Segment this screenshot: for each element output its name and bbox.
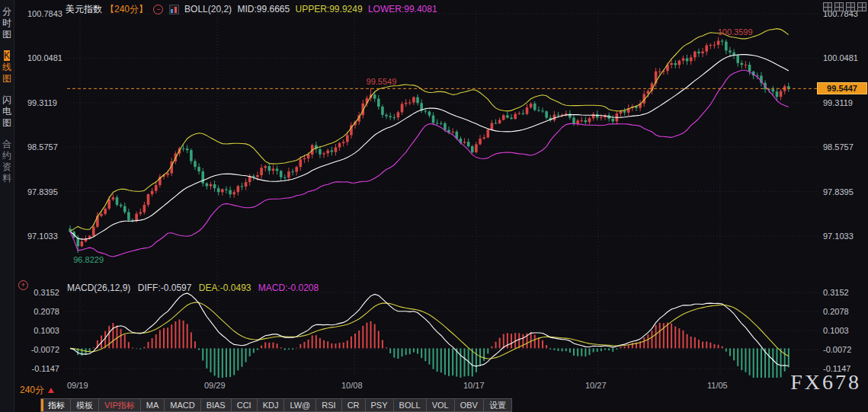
toolbar-btn-lwr[interactable]: LW@: [283, 398, 316, 412]
date-axis-label: 09/19: [67, 381, 88, 390]
toolbar-btn-boll[interactable]: BOLL: [393, 398, 427, 412]
boll-mid-line: [70, 55, 789, 240]
chart-type-sidebar: 分时图 K线图 闪电图 合约资料: [0, 0, 14, 412]
date-axis-label: 09/29: [204, 381, 226, 390]
macd-dea-value: DEA:-0.0493: [199, 283, 251, 293]
toolbar-btn-vip-indicator[interactable]: VIP指标: [98, 398, 141, 412]
candles-layer: [69, 37, 790, 253]
macd-diff-value: DIFF:-0.0597: [138, 283, 192, 293]
sidebar-item-time-chart[interactable]: 分时图: [2, 6, 13, 40]
sidebar-item-lightning-chart[interactable]: 闪电图: [2, 94, 13, 129]
chart-canvas[interactable]: 99.5549100.359996.8229: [0, 0, 868, 412]
macd-header: MACD(26,12,9) DIFF:-0.0597 DEA:-0.0493 M…: [67, 283, 323, 293]
toolbar-btn-settings[interactable]: 设置: [483, 398, 512, 412]
date-axis-label: 10/27: [585, 381, 607, 390]
toolbar-btn-rsi[interactable]: RSI: [315, 398, 341, 412]
layout-grid-icon-1[interactable]: [823, 2, 832, 11]
toolbar-btn-cr[interactable]: CR: [341, 398, 366, 412]
indicator-toolbar: 指标模板VIP指标MAMACDBIASCCIKDJLW@RSICRPSYBOLL…: [41, 398, 512, 412]
layout-grid-icon-2[interactable]: [834, 2, 844, 11]
toolbar-btn-cci[interactable]: CCI: [231, 398, 258, 412]
boll-upper-line: [70, 29, 789, 232]
layout-grid-icon-3[interactable]: [846, 2, 855, 11]
price-annotation: 100.3599: [718, 27, 753, 37]
chart-svg: 99.5549100.359996.8229: [0, 0, 868, 412]
chart-layout-controls: [823, 2, 866, 11]
boll-lower-line: [70, 70, 789, 257]
boll-indicator-label: BOLL(20,2): [184, 4, 232, 14]
period-selector[interactable]: 240分: [20, 384, 54, 397]
boll-mid-value: MID:99.6665: [237, 4, 290, 14]
price-annotation: 96.8229: [73, 255, 104, 264]
period-label: 【240分】: [105, 4, 148, 14]
toolbar-btn-bias[interactable]: BIAS: [200, 398, 232, 412]
toolbar-btn-obv[interactable]: OBV: [454, 398, 484, 412]
indicator-chart-icon: [169, 5, 179, 14]
toolbar-btn-ma[interactable]: MA: [140, 398, 165, 412]
price-chart-header: 美元指数【240分】 − BOLL(20,2) MID:99.6665 UPPE…: [66, 3, 440, 16]
period-selector-label: 240分: [20, 384, 44, 397]
macd-indicator-label: MACD(26,12,9): [67, 283, 130, 293]
price-annotation: 99.5549: [367, 77, 397, 86]
toolbar-btn-indicator[interactable]: 指标: [40, 398, 71, 412]
macd-histogram-layer: [74, 319, 789, 378]
toolbar-btn-template[interactable]: 模板: [70, 398, 99, 412]
current-price-badge: 99.5447: [817, 82, 867, 94]
date-axis-label: 11/05: [707, 381, 728, 390]
toolbar-btn-macd[interactable]: MACD: [164, 398, 200, 412]
symbol-name: 美元指数: [66, 4, 102, 14]
toolbar-btn-kdj[interactable]: KDJ: [257, 398, 285, 412]
macd-macd-value: MACD:-0.0208: [258, 283, 319, 293]
toolbar-btn-psy[interactable]: PSY: [365, 398, 394, 412]
date-axis: 09/1909/2910/0810/1710/2711/05: [0, 381, 868, 391]
boll-upper-value: UPPER:99.9249: [296, 4, 363, 14]
layout-grid-icon-4[interactable]: [857, 2, 866, 11]
watermark: FX678: [790, 370, 861, 394]
boll-lower-value: LOWER:99.4081: [368, 4, 437, 14]
sidebar-item-kline-chart[interactable]: K线图: [2, 50, 13, 85]
toolbar-btn-vol[interactable]: VOL: [426, 398, 455, 412]
remove-boll-icon[interactable]: −: [153, 5, 163, 14]
period-up-arrow-icon: [48, 388, 54, 393]
sidebar-item-contract-info[interactable]: 合约资料: [2, 139, 13, 184]
date-axis-label: 10/08: [341, 381, 363, 390]
date-axis-label: 10/17: [463, 381, 485, 390]
